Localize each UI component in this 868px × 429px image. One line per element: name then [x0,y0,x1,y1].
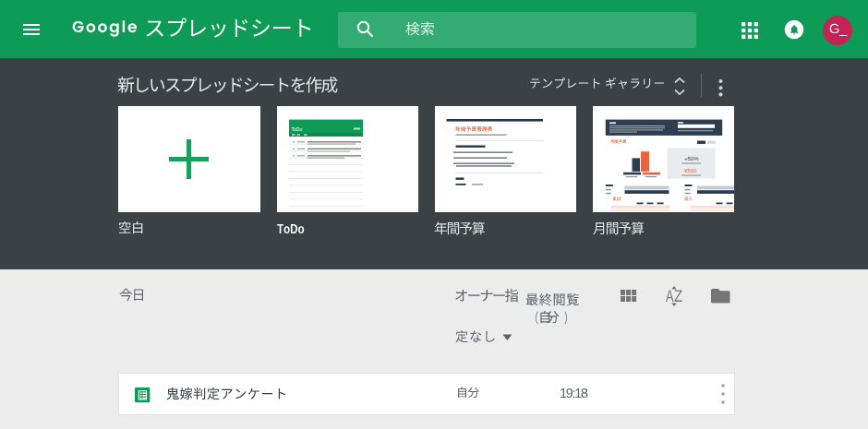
svg-text:+50%: +50% [684,156,699,161]
svg-text:ToDo: ToDo [291,126,302,132]
svg-text:¥500: ¥500 [684,168,697,173]
